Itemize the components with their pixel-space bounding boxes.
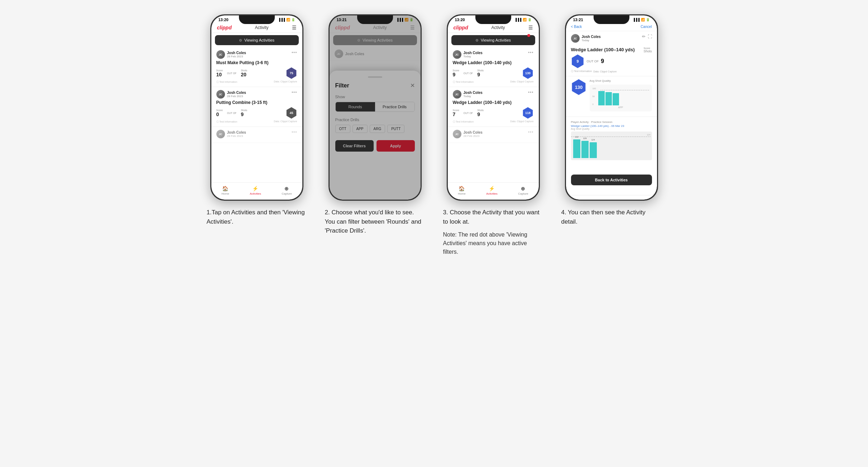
activity-card-1-2[interactable]: JC Josh Coles 28 Feb 2023 ••• <box>211 87 302 127</box>
filter-icon-1: ⚙ <box>239 38 242 42</box>
activity-card-3-2[interactable]: JC Josh Coles Today ••• <box>448 87 539 127</box>
more-dots-1-3[interactable]: ••• <box>292 130 297 135</box>
viewing-activities-label-3: Viewing Activities <box>481 38 511 42</box>
hamburger-icon-3[interactable]: ☰ <box>528 25 533 30</box>
avg-shot-quality-section: 130 Avg Shot Quality 100 50 0 <box>566 76 657 117</box>
detail-user-info: JC Josh Coles Today <box>571 34 601 43</box>
user-date-3-2: Today <box>464 95 483 98</box>
scroll-area-3: JC Josh Coles Today ••• <box>448 47 539 143</box>
info-row-3-2: ⓘ Test Information Data: Clippd Capture <box>453 120 534 124</box>
avg-score-badge: 9 <box>571 54 585 68</box>
activities-icon-1: ⚡ <box>252 186 258 191</box>
back-button[interactable]: < Back <box>571 25 582 29</box>
step-4-description: 4. You can then see the Activity detail. <box>561 208 662 226</box>
phone-4: 13:21 ▐▐▐ 📶 🔋 < Back Cancel <box>565 14 658 201</box>
home-label-3: Home <box>458 192 465 195</box>
edit-icon[interactable]: ✏ <box>642 34 646 39</box>
stats-row-1-2: Score 0 OUT OF Shots 9 45 <box>216 107 297 119</box>
drill-detail-title[interactable]: Wedge Ladder (100–140 yds) - 06 Mar 23 <box>571 124 652 128</box>
bar-chart-2: 132 129 124 124 <box>571 132 652 160</box>
user-info-3-2: JC Josh Coles Today <box>453 90 483 99</box>
back-to-activities-button[interactable]: Back to Activities <box>571 175 652 185</box>
step-2-description: 2. Choose what you'd like to see. You ca… <box>325 208 425 235</box>
status-time-3: 13:20 <box>455 18 465 22</box>
cancel-button[interactable]: Cancel <box>641 25 652 29</box>
step-1-container: 13:20 ▐▐▐ 📶 🔋 clippd Activity ☰ <box>203 14 311 226</box>
scroll-area-1: JC Josh Coles 28 Feb 2023 ••• <box>211 47 302 143</box>
user-name-1-3: Josh Coles <box>227 130 246 134</box>
bottom-nav-3: 🏠 Home ⚡ Activities ⊕ Capture <box>448 182 539 200</box>
activity-card-1-3[interactable]: JC Josh Coles 28 Feb 2023 ••• <box>211 127 302 143</box>
user-info-1-3: JC Josh Coles 28 Feb 2023 <box>216 130 246 138</box>
bottom-nav-activities-1[interactable]: ⚡ Activities <box>250 186 261 195</box>
stats-row-1-1: Score 10 OUT OF Shots 20 7 <box>216 67 297 79</box>
detail-user-name: Josh Coles <box>582 35 601 39</box>
stats-row-3-2: Score 7 OUT OF Shots 9 118 <box>453 107 534 119</box>
capture-label-3: Capture <box>518 192 528 195</box>
nav-title-3: Activity <box>491 25 505 30</box>
practice-session-label: Player Activity · Practice Session <box>571 120 652 124</box>
activity-card-1-1[interactable]: JC Josh Coles 28 Feb 2023 ••• <box>211 47 302 87</box>
viewing-activities-bar-3[interactable]: ⚙ Viewing Activities <box>451 35 535 45</box>
nav-title-1: Activity <box>255 25 269 30</box>
activities-icon-3: ⚡ <box>489 186 495 191</box>
activities-label-1: Activities <box>250 192 261 195</box>
bottom-nav-home-3[interactable]: 🏠 Home <box>458 186 465 195</box>
filter-icon-3: ⚙ <box>475 38 479 42</box>
viewing-activities-bar-1[interactable]: ⚙ Viewing Activities <box>215 35 299 45</box>
stats-row-3-1: Score 9 OUT OF Shots 9 130 <box>453 67 534 79</box>
bar-3 <box>613 93 619 105</box>
practice-session-section: Player Activity · Practice Session Wedge… <box>566 117 657 162</box>
status-time-4: 13:21 <box>573 18 583 22</box>
activity-title-3-1: Wedge Ladder (100–140 yds) <box>453 60 534 65</box>
activity-card-3-1[interactable]: JC Josh Coles Today ••• <box>448 47 539 87</box>
more-dots-3-2[interactable]: ••• <box>528 90 534 95</box>
phone-2: 13:21 ▐▐▐ 📶 🔋 clippd Activity ☰ <box>329 14 422 201</box>
modal-overlay-2 <box>330 15 421 200</box>
main-container: 13:20 ▐▐▐ 📶 🔋 clippd Activity ☰ <box>183 14 685 256</box>
avatar-1-3: JC <box>216 130 225 138</box>
user-date-1-1: 28 Feb 2023 <box>227 55 246 58</box>
bottom-nav-4 <box>566 195 657 200</box>
step-4-container: 13:21 ▐▐▐ 📶 🔋 < Back Cancel <box>558 14 665 226</box>
hamburger-icon-1[interactable]: ☰ <box>292 25 297 30</box>
detail-drill-section: Wedge Ladder (100–140 yds) Score Shots <box>566 44 657 76</box>
avatar-1-1: JC <box>216 50 225 59</box>
user-name-3-1: Josh Coles <box>464 51 483 55</box>
more-dots-1-2[interactable]: ••• <box>292 90 297 95</box>
phone-1: 13:20 ▐▐▐ 📶 🔋 clippd Activity ☰ <box>210 14 303 201</box>
sq-badge-3-1: 130 <box>522 67 534 79</box>
expand-icon[interactable]: ⛶ <box>648 34 652 39</box>
capture-icon-1: ⊕ <box>284 186 289 191</box>
bottom-nav-capture-3[interactable]: ⊕ Capture <box>518 186 528 195</box>
info-row-3-1: ⓘ Test Information Data: Clippd Capture <box>453 80 534 84</box>
dashed-line-2 <box>571 137 651 137</box>
test-info-row: ⓘ Test Information Data: Clippd Capture <box>571 70 652 73</box>
phone-screen-3: 13:20 ▐▐▐ 📶 🔋 clippd Activity ☰ <box>448 15 539 200</box>
bottom-nav-activities-3[interactable]: ⚡ Activities <box>486 186 498 195</box>
user-date-3-1: Today <box>464 55 483 58</box>
sq-badge-3-2: 118 <box>522 107 534 119</box>
activity-card-3-3[interactable]: JC Josh Coles 28 Feb 2023 ••• <box>448 127 539 143</box>
avg-sq-badge: 130 <box>571 79 587 95</box>
detail-user-date: Today <box>582 39 601 42</box>
user-name-1-1: Josh Coles <box>227 51 246 55</box>
nav-bar-3: clippd Activity ☰ <box>448 23 539 33</box>
phone-screen-2: 13:21 ▐▐▐ 📶 🔋 clippd Activity ☰ <box>330 15 421 200</box>
home-label-1: Home <box>221 192 229 195</box>
sq-badge-1-2: 45 <box>286 107 297 119</box>
phone-notch-2 <box>357 15 393 24</box>
user-info-3-1: JC Josh Coles Today <box>453 50 483 59</box>
status-icons-3: ▐▐▐ 📶 🔋 <box>514 18 531 22</box>
info-row-1-2: ⓘ Test Information Data: Clippd Capture <box>216 120 297 124</box>
bottom-nav-home-1[interactable]: 🏠 Home <box>221 186 229 195</box>
score-display: 9 OUT OF 9 <box>571 54 652 68</box>
info-row-1-1: ⓘ Test Information Data: Clippd Capture <box>216 80 297 84</box>
more-dots-3-1[interactable]: ••• <box>528 50 534 55</box>
more-dots-1-1[interactable]: ••• <box>292 50 297 55</box>
phone-frame-3: 13:20 ▐▐▐ 📶 🔋 clippd Activity ☰ <box>447 14 540 201</box>
user-name-3-2: Josh Coles <box>464 91 483 95</box>
detail-user-row: JC Josh Coles Today ✏ ⛶ <box>566 31 657 44</box>
bottom-nav-capture-1[interactable]: ⊕ Capture <box>282 186 292 195</box>
bar-2 <box>605 92 612 105</box>
